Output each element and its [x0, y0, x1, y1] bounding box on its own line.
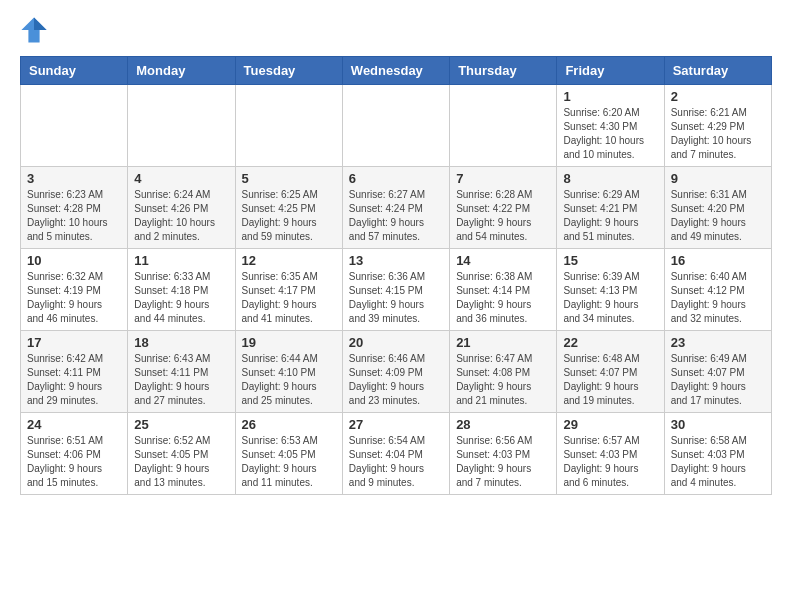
page-header: [20, 16, 772, 44]
day-number: 28: [456, 417, 550, 432]
day-cell-14: 14Sunrise: 6:38 AM Sunset: 4:14 PM Dayli…: [450, 249, 557, 331]
calendar-header: SundayMondayTuesdayWednesdayThursdayFrid…: [21, 57, 772, 85]
day-cell-17: 17Sunrise: 6:42 AM Sunset: 4:11 PM Dayli…: [21, 331, 128, 413]
day-number: 1: [563, 89, 657, 104]
day-cell-28: 28Sunrise: 6:56 AM Sunset: 4:03 PM Dayli…: [450, 413, 557, 495]
day-number: 2: [671, 89, 765, 104]
week-row-4: 24Sunrise: 6:51 AM Sunset: 4:06 PM Dayli…: [21, 413, 772, 495]
day-header-wednesday: Wednesday: [342, 57, 449, 85]
day-info: Sunrise: 6:53 AM Sunset: 4:05 PM Dayligh…: [242, 434, 336, 490]
day-info: Sunrise: 6:47 AM Sunset: 4:08 PM Dayligh…: [456, 352, 550, 408]
day-number: 23: [671, 335, 765, 350]
day-header-friday: Friday: [557, 57, 664, 85]
day-number: 7: [456, 171, 550, 186]
day-info: Sunrise: 6:21 AM Sunset: 4:29 PM Dayligh…: [671, 106, 765, 162]
day-info: Sunrise: 6:29 AM Sunset: 4:21 PM Dayligh…: [563, 188, 657, 244]
day-number: 10: [27, 253, 121, 268]
day-info: Sunrise: 6:51 AM Sunset: 4:06 PM Dayligh…: [27, 434, 121, 490]
week-row-3: 17Sunrise: 6:42 AM Sunset: 4:11 PM Dayli…: [21, 331, 772, 413]
day-cell-27: 27Sunrise: 6:54 AM Sunset: 4:04 PM Dayli…: [342, 413, 449, 495]
day-info: Sunrise: 6:27 AM Sunset: 4:24 PM Dayligh…: [349, 188, 443, 244]
day-info: Sunrise: 6:56 AM Sunset: 4:03 PM Dayligh…: [456, 434, 550, 490]
day-info: Sunrise: 6:31 AM Sunset: 4:20 PM Dayligh…: [671, 188, 765, 244]
day-header-thursday: Thursday: [450, 57, 557, 85]
day-header-monday: Monday: [128, 57, 235, 85]
day-cell-16: 16Sunrise: 6:40 AM Sunset: 4:12 PM Dayli…: [664, 249, 771, 331]
day-info: Sunrise: 6:43 AM Sunset: 4:11 PM Dayligh…: [134, 352, 228, 408]
day-header-saturday: Saturday: [664, 57, 771, 85]
day-info: Sunrise: 6:36 AM Sunset: 4:15 PM Dayligh…: [349, 270, 443, 326]
week-row-2: 10Sunrise: 6:32 AM Sunset: 4:19 PM Dayli…: [21, 249, 772, 331]
day-cell-23: 23Sunrise: 6:49 AM Sunset: 4:07 PM Dayli…: [664, 331, 771, 413]
empty-cell: [342, 85, 449, 167]
week-row-1: 3Sunrise: 6:23 AM Sunset: 4:28 PM Daylig…: [21, 167, 772, 249]
day-header-sunday: Sunday: [21, 57, 128, 85]
day-number: 18: [134, 335, 228, 350]
day-info: Sunrise: 6:39 AM Sunset: 4:13 PM Dayligh…: [563, 270, 657, 326]
day-number: 20: [349, 335, 443, 350]
day-number: 19: [242, 335, 336, 350]
day-info: Sunrise: 6:38 AM Sunset: 4:14 PM Dayligh…: [456, 270, 550, 326]
days-of-week-row: SundayMondayTuesdayWednesdayThursdayFrid…: [21, 57, 772, 85]
day-cell-30: 30Sunrise: 6:58 AM Sunset: 4:03 PM Dayli…: [664, 413, 771, 495]
day-cell-18: 18Sunrise: 6:43 AM Sunset: 4:11 PM Dayli…: [128, 331, 235, 413]
day-number: 24: [27, 417, 121, 432]
day-cell-24: 24Sunrise: 6:51 AM Sunset: 4:06 PM Dayli…: [21, 413, 128, 495]
day-cell-8: 8Sunrise: 6:29 AM Sunset: 4:21 PM Daylig…: [557, 167, 664, 249]
day-number: 8: [563, 171, 657, 186]
day-number: 30: [671, 417, 765, 432]
day-cell-22: 22Sunrise: 6:48 AM Sunset: 4:07 PM Dayli…: [557, 331, 664, 413]
day-cell-25: 25Sunrise: 6:52 AM Sunset: 4:05 PM Dayli…: [128, 413, 235, 495]
day-info: Sunrise: 6:57 AM Sunset: 4:03 PM Dayligh…: [563, 434, 657, 490]
svg-marker-1: [34, 17, 47, 30]
day-info: Sunrise: 6:42 AM Sunset: 4:11 PM Dayligh…: [27, 352, 121, 408]
day-info: Sunrise: 6:35 AM Sunset: 4:17 PM Dayligh…: [242, 270, 336, 326]
day-info: Sunrise: 6:46 AM Sunset: 4:09 PM Dayligh…: [349, 352, 443, 408]
day-number: 29: [563, 417, 657, 432]
day-cell-7: 7Sunrise: 6:28 AM Sunset: 4:22 PM Daylig…: [450, 167, 557, 249]
day-number: 11: [134, 253, 228, 268]
day-number: 26: [242, 417, 336, 432]
day-number: 4: [134, 171, 228, 186]
logo-icon: [20, 16, 48, 44]
day-info: Sunrise: 6:52 AM Sunset: 4:05 PM Dayligh…: [134, 434, 228, 490]
day-info: Sunrise: 6:49 AM Sunset: 4:07 PM Dayligh…: [671, 352, 765, 408]
calendar-table: SundayMondayTuesdayWednesdayThursdayFrid…: [20, 56, 772, 495]
day-info: Sunrise: 6:32 AM Sunset: 4:19 PM Dayligh…: [27, 270, 121, 326]
day-info: Sunrise: 6:20 AM Sunset: 4:30 PM Dayligh…: [563, 106, 657, 162]
day-number: 12: [242, 253, 336, 268]
day-cell-3: 3Sunrise: 6:23 AM Sunset: 4:28 PM Daylig…: [21, 167, 128, 249]
day-cell-9: 9Sunrise: 6:31 AM Sunset: 4:20 PM Daylig…: [664, 167, 771, 249]
day-number: 6: [349, 171, 443, 186]
day-cell-6: 6Sunrise: 6:27 AM Sunset: 4:24 PM Daylig…: [342, 167, 449, 249]
day-cell-21: 21Sunrise: 6:47 AM Sunset: 4:08 PM Dayli…: [450, 331, 557, 413]
day-number: 3: [27, 171, 121, 186]
day-info: Sunrise: 6:48 AM Sunset: 4:07 PM Dayligh…: [563, 352, 657, 408]
day-number: 21: [456, 335, 550, 350]
day-cell-19: 19Sunrise: 6:44 AM Sunset: 4:10 PM Dayli…: [235, 331, 342, 413]
day-number: 14: [456, 253, 550, 268]
day-info: Sunrise: 6:33 AM Sunset: 4:18 PM Dayligh…: [134, 270, 228, 326]
week-row-0: 1Sunrise: 6:20 AM Sunset: 4:30 PM Daylig…: [21, 85, 772, 167]
day-header-tuesday: Tuesday: [235, 57, 342, 85]
day-cell-11: 11Sunrise: 6:33 AM Sunset: 4:18 PM Dayli…: [128, 249, 235, 331]
empty-cell: [450, 85, 557, 167]
day-number: 5: [242, 171, 336, 186]
empty-cell: [235, 85, 342, 167]
day-info: Sunrise: 6:24 AM Sunset: 4:26 PM Dayligh…: [134, 188, 228, 244]
day-info: Sunrise: 6:28 AM Sunset: 4:22 PM Dayligh…: [456, 188, 550, 244]
day-cell-4: 4Sunrise: 6:24 AM Sunset: 4:26 PM Daylig…: [128, 167, 235, 249]
day-number: 27: [349, 417, 443, 432]
day-cell-26: 26Sunrise: 6:53 AM Sunset: 4:05 PM Dayli…: [235, 413, 342, 495]
day-info: Sunrise: 6:54 AM Sunset: 4:04 PM Dayligh…: [349, 434, 443, 490]
day-number: 17: [27, 335, 121, 350]
day-info: Sunrise: 6:58 AM Sunset: 4:03 PM Dayligh…: [671, 434, 765, 490]
day-cell-12: 12Sunrise: 6:35 AM Sunset: 4:17 PM Dayli…: [235, 249, 342, 331]
day-number: 16: [671, 253, 765, 268]
page-container: SundayMondayTuesdayWednesdayThursdayFrid…: [0, 0, 792, 511]
day-info: Sunrise: 6:23 AM Sunset: 4:28 PM Dayligh…: [27, 188, 121, 244]
day-cell-29: 29Sunrise: 6:57 AM Sunset: 4:03 PM Dayli…: [557, 413, 664, 495]
day-cell-10: 10Sunrise: 6:32 AM Sunset: 4:19 PM Dayli…: [21, 249, 128, 331]
logo: [20, 16, 52, 44]
day-number: 15: [563, 253, 657, 268]
